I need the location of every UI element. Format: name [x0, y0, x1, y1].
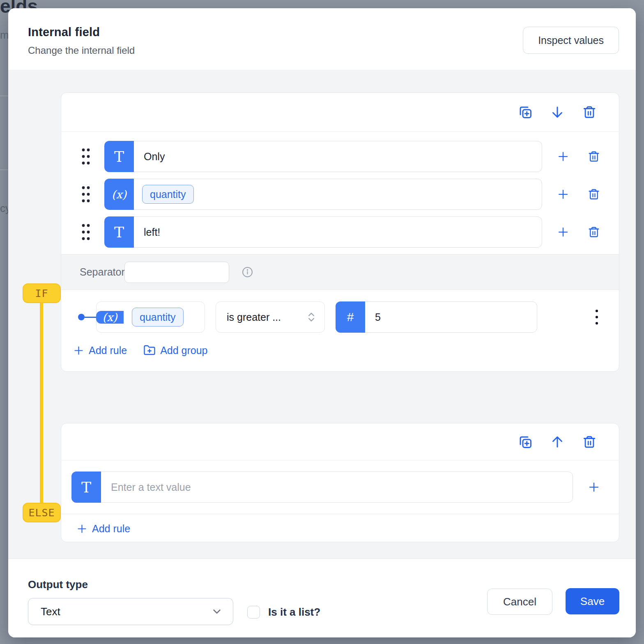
add-value-button[interactable] [557, 226, 569, 238]
drag-handle-icon[interactable] [81, 221, 91, 243]
add-value-button[interactable] [588, 481, 600, 493]
is-list-group: Is it a list? [247, 598, 320, 626]
value-row: (x) quantity [61, 179, 619, 210]
if-rule-links: Add rule Add group [61, 333, 619, 356]
delete-value-button[interactable] [588, 188, 600, 200]
value-rows: T (x) [61, 132, 619, 248]
save-button[interactable]: Save [566, 588, 619, 614]
delete-branch-button[interactable] [582, 105, 597, 120]
separator-section: Separator [61, 254, 619, 290]
add-rule-button[interactable]: Add rule [73, 345, 127, 356]
add-rule-label: Add rule [92, 523, 130, 535]
else-branch-card: T Add rule [61, 423, 619, 542]
chip-wrap: quantity [124, 308, 184, 327]
rule-connector [78, 314, 96, 320]
add-value-button[interactable] [557, 150, 569, 163]
duplicate-branch-button[interactable] [518, 435, 533, 449]
condition-value-input[interactable] [365, 302, 537, 332]
number-type-icon: # [336, 301, 365, 333]
text-type-icon: T [104, 141, 134, 172]
duplicate-icon [518, 105, 533, 120]
text-value-field: T [104, 141, 542, 172]
info-icon[interactable] [242, 266, 253, 278]
add-rule-label: Add rule [89, 345, 127, 356]
rule-menu-button[interactable] [593, 306, 601, 329]
else-badge: ELSE [23, 503, 61, 522]
arrow-down-icon [550, 105, 565, 120]
add-group-button[interactable]: Add group [143, 344, 207, 356]
text-value-field: T [104, 216, 542, 248]
text-value-field: T [71, 472, 573, 503]
add-rule-button[interactable]: Add rule [76, 523, 130, 535]
variable-type-icon: (x) [104, 179, 134, 210]
delete-value-button[interactable] [588, 226, 600, 238]
else-value-row: T [61, 472, 619, 503]
background-divider [0, 170, 8, 170]
branch-connector-line [40, 301, 43, 504]
plus-icon [588, 481, 600, 493]
variable-value-field: (x) quantity [104, 179, 542, 210]
separator-input[interactable] [124, 262, 229, 283]
arrow-up-icon [550, 435, 565, 449]
value-row: T [61, 141, 619, 172]
is-list-checkbox[interactable] [247, 606, 260, 619]
folder-plus-icon [143, 344, 156, 356]
delete-branch-button[interactable] [582, 435, 597, 449]
else-text-input[interactable] [101, 472, 573, 502]
if-card-toolbar [61, 93, 619, 132]
inspect-values-button[interactable]: Inspect values [523, 27, 619, 54]
plus-icon [557, 188, 569, 200]
add-value-button[interactable] [557, 188, 569, 200]
else-card-toolbar [61, 423, 619, 460]
trash-icon [588, 226, 600, 238]
condition-variable-field: (x) quantity [96, 301, 205, 333]
chip-wrap: quantity [134, 179, 194, 209]
text-type-icon: T [71, 472, 101, 503]
trash-icon [588, 188, 600, 200]
condition-value-field: # [336, 301, 537, 333]
value-row: T [61, 216, 619, 248]
trash-icon [582, 105, 596, 119]
chevrons-up-down-icon [306, 311, 317, 323]
move-branch-up-button[interactable] [550, 435, 565, 449]
dialog-body: T (x) [8, 70, 636, 559]
internal-field-dialog: Internal field Change the internal field… [8, 8, 636, 637]
text-value-input[interactable] [134, 141, 542, 172]
output-type-label: Output type [28, 578, 88, 591]
else-rule-links: Add rule [61, 514, 619, 535]
condition-variable-chip[interactable]: quantity [132, 308, 184, 327]
background-divider [0, 96, 8, 96]
text-type-icon: T [104, 216, 134, 248]
separator-label: Separator [80, 266, 124, 278]
drag-handle-icon[interactable] [81, 146, 91, 167]
plus-icon [557, 150, 569, 163]
plus-icon [76, 523, 87, 534]
if-badge: IF [23, 283, 61, 303]
duplicate-branch-button[interactable] [518, 105, 533, 120]
operator-value: is greater ... [227, 311, 281, 323]
delete-value-button[interactable] [588, 150, 600, 163]
operator-select[interactable]: is greater ... [216, 301, 325, 333]
text-value-input[interactable] [134, 217, 542, 247]
duplicate-icon [518, 435, 533, 449]
add-group-label: Add group [160, 345, 207, 356]
trash-icon [582, 435, 596, 449]
output-type-value: Text [41, 605, 60, 618]
variable-type-icon: (x) [96, 311, 124, 324]
if-condition-row: (x) quantity is greater ... # [61, 290, 619, 333]
is-list-label: Is it a list? [268, 606, 320, 619]
dialog-header: Internal field Change the internal field… [8, 8, 636, 70]
chevron-down-icon [211, 605, 223, 618]
variable-chip[interactable]: quantity [142, 185, 194, 204]
kebab-icon [593, 306, 601, 329]
output-type-select[interactable]: Text [28, 598, 233, 625]
plus-icon [557, 226, 569, 238]
if-branch-card: T (x) [61, 92, 619, 372]
plus-icon [73, 345, 84, 356]
drag-handle-icon[interactable] [81, 184, 91, 205]
trash-icon [588, 150, 600, 163]
move-branch-down-button[interactable] [550, 105, 565, 120]
dialog-footer: Output type Text Is it a list? Cancel Sa… [8, 559, 636, 637]
cancel-button[interactable]: Cancel [487, 589, 552, 615]
